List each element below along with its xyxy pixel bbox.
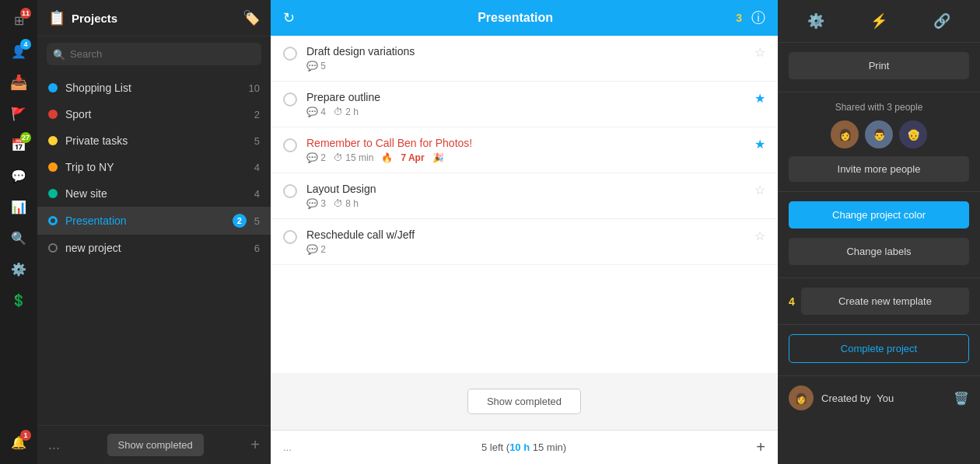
project-name-shopping-list: Shopping List (65, 82, 241, 94)
avatar-3[interactable]: 👴 (899, 120, 927, 148)
rp-lightning-icon[interactable]: ⚡ (866, 8, 892, 34)
project-dot-private-tasks (48, 136, 58, 145)
refresh-icon[interactable]: ↻ (283, 9, 295, 26)
project-name-private-tasks: Private tasks (65, 134, 247, 147)
flag-icon[interactable]: 🚩 (5, 99, 33, 127)
rp-settings-icon[interactable]: ⚙️ (803, 8, 829, 34)
task-checkbox-task-4[interactable] (283, 184, 297, 198)
task-star-task-1[interactable]: ☆ (754, 45, 765, 60)
project-count-sport: 2 (254, 109, 260, 120)
task-item-task-3: Remember to Call Ben for Photos!💬 2⏱ 15 … (271, 127, 778, 173)
show-completed-button[interactable]: Show completed (107, 434, 204, 456)
task-checkbox-task-3[interactable] (283, 138, 297, 152)
task-checkbox-task-5[interactable] (283, 230, 297, 244)
dollar-icon[interactable]: 💲 (5, 286, 33, 314)
main-bottom-dots[interactable]: ... (283, 441, 292, 453)
change-color-button[interactable]: Change project color (789, 201, 969, 229)
projects-icon: 📋 (48, 9, 65, 26)
task-star-task-3[interactable]: ★ (754, 137, 765, 152)
task-title-task-2[interactable]: Prepare outline (306, 91, 745, 103)
delete-project-icon[interactable]: 🗑️ (954, 391, 969, 406)
project-count-new-site: 4 (254, 188, 260, 200)
complete-project-button[interactable]: Complete project (789, 334, 969, 363)
creator-section: 👩 Created by You 🗑️ (778, 376, 980, 420)
calendar-icon[interactable]: 📅 27 (5, 131, 33, 159)
task-comments-task-1: 💬 5 (306, 61, 326, 72)
icon-rail: ⊞ 11 👤 4 📥 🚩 📅 27 💬 📊 🔍 ⚙️ 💲 🔔 1 (0, 0, 37, 464)
app-icon[interactable]: ⊞ 11 (5, 6, 33, 34)
chart-icon[interactable]: 📊 (5, 193, 33, 221)
task-title-task-3[interactable]: Remember to Call Ben for Photos! (306, 137, 745, 149)
party-icon-task-3: 🎉 (432, 152, 444, 163)
settings-icon[interactable]: ⚙️ (5, 255, 33, 283)
template-step-num: 4 (789, 295, 795, 308)
task-meta-task-4: 💬 3⏱ 8 h (306, 198, 745, 209)
invite-people-button[interactable]: Invite more people (789, 156, 969, 182)
task-body-task-1: Draft design variations💬 5 (306, 45, 745, 72)
info-icon[interactable]: ⓘ (751, 9, 765, 27)
project-name-trip-to-ny: Trip to NY (65, 161, 247, 173)
sidebar-search-container: 🔍 (37, 37, 271, 72)
show-completed-footer: Show completed (271, 373, 778, 430)
project-name-sport: Sport (65, 108, 247, 120)
task-comments-task-3: 💬 2 (306, 152, 326, 163)
notifications-icon[interactable]: 👤 4 (5, 37, 33, 65)
shared-section: Shared with 3 people 👩 👨 👴 Invite more p… (778, 92, 980, 192)
project-step-num-presentation: 2 (233, 214, 247, 228)
create-template-section: 4 Create new template (778, 278, 980, 325)
print-button[interactable]: Print (789, 52, 969, 79)
task-star-task-4[interactable]: ☆ (754, 183, 765, 197)
rp-link-icon[interactable]: 🔗 (929, 8, 955, 34)
avatar-1[interactable]: 👩 (831, 120, 859, 148)
sidebar-item-shopping-list[interactable]: Shopping List10 (37, 75, 271, 101)
project-name-presentation: Presentation (65, 215, 225, 227)
sidebar-more-dots[interactable]: ... (48, 437, 60, 453)
project-dot-presentation (48, 216, 58, 225)
search-input[interactable] (47, 43, 261, 65)
change-labels-button[interactable]: Change labels (789, 238, 969, 265)
sidebar-header: 📋 Projects 🏷️ (37, 0, 271, 37)
tag-icon[interactable]: 🏷️ (243, 9, 260, 26)
task-body-task-4: Layout Design💬 3⏱ 8 h (306, 183, 745, 209)
print-section: Print (778, 43, 980, 92)
show-completed-main-button[interactable]: Show completed (467, 389, 581, 414)
avatar-2[interactable]: 👨 (865, 120, 893, 148)
task-item-task-4: Layout Design💬 3⏱ 8 h☆ (271, 173, 778, 219)
task-title-task-5[interactable]: Reschedule call w/Jeff (306, 229, 745, 241)
task-checkbox-task-2[interactable] (283, 92, 297, 106)
main-bottom-bar: ... 5 left (10 h 15 min) + (271, 430, 778, 464)
right-panel-toolbar: ⚙️ ⚡ 🔗 (778, 0, 980, 43)
project-name-new-project: new project (65, 242, 247, 254)
task-comments-task-2: 💬 4 (306, 106, 326, 117)
sidebar-item-new-project[interactable]: new project6 (37, 235, 271, 261)
add-task-button[interactable]: + (756, 438, 765, 456)
sidebar-item-private-tasks[interactable]: Private tasks5 (37, 127, 271, 154)
task-meta-task-5: 💬 2 (306, 244, 745, 255)
inbox-icon[interactable]: 📥 (5, 68, 33, 96)
task-comments-task-5: 💬 2 (306, 244, 326, 255)
task-star-task-5[interactable]: ☆ (754, 229, 765, 243)
created-by-label: Created by (821, 392, 871, 404)
sidebar-item-sport[interactable]: Sport2 (37, 101, 271, 127)
sidebar-item-presentation[interactable]: Presentation25 (37, 207, 271, 235)
task-star-task-2[interactable]: ★ (754, 91, 765, 106)
task-title-task-1[interactable]: Draft design variations (306, 45, 745, 58)
task-body-task-2: Prepare outline💬 4⏱ 2 h (306, 91, 745, 117)
alert-badge: 1 (20, 430, 31, 441)
add-project-button[interactable]: + (250, 436, 260, 454)
task-title-task-4[interactable]: Layout Design (306, 183, 745, 195)
task-checkbox-task-1[interactable] (283, 47, 297, 61)
task-count-badge: 3 (736, 12, 742, 24)
cal-badge: 27 (20, 132, 31, 143)
create-template-button[interactable]: Create new template (801, 288, 969, 315)
search-rail-icon[interactable]: 🔍 (5, 224, 33, 252)
alert-icon[interactable]: 🔔 1 (5, 428, 33, 456)
project-count-shopping-list: 10 (249, 82, 260, 94)
comment-icon[interactable]: 💬 (5, 162, 33, 190)
task-duration-task-3: ⏱ 15 min (334, 152, 373, 163)
main-header: ↻ Presentation 3 ⓘ (271, 0, 778, 36)
project-count-new-project: 6 (254, 242, 260, 254)
due-date-task-3: 7 Apr (401, 152, 424, 163)
sidebar-item-trip-to-ny[interactable]: Trip to NY4 (37, 154, 271, 180)
sidebar-item-new-site[interactable]: New site4 (37, 180, 271, 207)
